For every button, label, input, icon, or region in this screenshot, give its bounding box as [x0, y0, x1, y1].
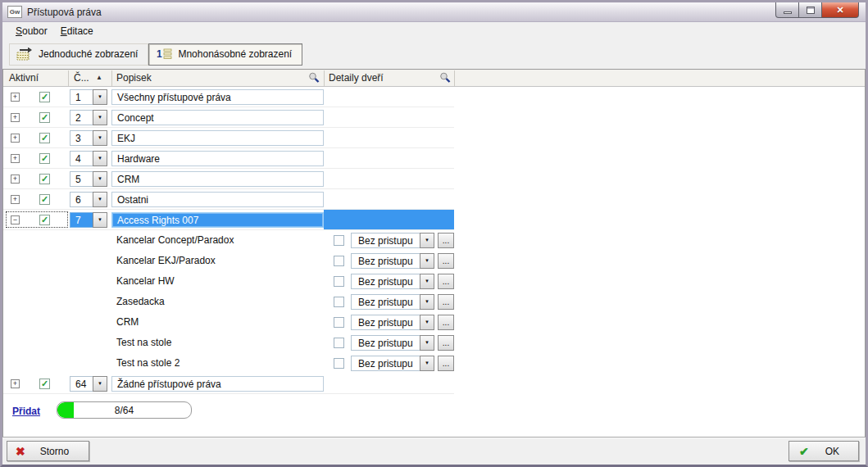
menu-soubor[interactable]: Soubor — [9, 24, 54, 39]
column-header-aktivni[interactable]: Aktivní — [9, 72, 39, 84]
table-row[interactable]: + ✓ 2 ▼ Concept — [3, 107, 454, 128]
access-dropdown-button[interactable]: ▼ — [420, 356, 434, 371]
row-number: 5 — [70, 171, 93, 187]
expand-icon[interactable]: + — [11, 134, 20, 143]
row-detail-cell — [324, 87, 454, 107]
active-checkbox[interactable]: ✓ — [39, 379, 50, 389]
door-checkbox[interactable] — [334, 317, 344, 328]
access-level-value[interactable]: Bez pristupu — [351, 294, 420, 310]
door-label: Zasedacka — [116, 296, 165, 307]
row-number: 3 — [70, 130, 93, 146]
access-level-value[interactable]: Bez pristupu — [351, 356, 420, 371]
more-options-button[interactable]: ... — [438, 233, 454, 248]
access-dropdown-button[interactable]: ▼ — [420, 335, 434, 351]
number-dropdown-button[interactable]: ▼ — [93, 151, 107, 166]
number-dropdown-button[interactable]: ▼ — [93, 376, 107, 392]
access-dropdown-button[interactable]: ▼ — [420, 315, 434, 330]
row-detail-cell — [324, 169, 454, 188]
more-options-button[interactable]: ... — [438, 274, 454, 289]
more-options-button[interactable]: ... — [438, 335, 454, 351]
more-options-button[interactable]: ... — [438, 253, 454, 269]
row-label[interactable]: CRM — [111, 171, 324, 187]
number-dropdown-button[interactable]: ▼ — [93, 89, 107, 105]
search-icon[interactable] — [308, 72, 320, 86]
door-row: Test na stole 2 Bez pristupu ▼ ... — [3, 353, 454, 374]
expand-icon[interactable]: + — [11, 93, 20, 102]
table-row[interactable]: + ✓ 3 ▼ EKJ — [3, 128, 454, 148]
row-label[interactable]: Concept — [111, 110, 324, 125]
active-checkbox[interactable]: ✓ — [39, 215, 50, 225]
access-level-value[interactable]: Bez pristupu — [351, 335, 420, 351]
maximize-button[interactable] — [799, 2, 822, 18]
active-checkbox[interactable]: ✓ — [39, 153, 50, 164]
row-label[interactable]: EKJ — [111, 130, 324, 146]
row-label[interactable]: Hardware — [111, 151, 324, 166]
column-header-popisek[interactable]: Popisek — [116, 72, 152, 84]
add-link[interactable]: Přidat — [12, 406, 40, 417]
door-checkbox[interactable] — [334, 297, 344, 307]
expand-icon[interactable]: + — [11, 379, 20, 388]
header-divider — [68, 70, 69, 86]
access-level-value[interactable]: Bez pristupu — [351, 253, 420, 269]
simple-view-button[interactable]: Jednoduché zobrazení — [9, 43, 148, 66]
table-row-selected[interactable]: − ✓ 7 ▼ Access Rights 007 — [3, 210, 454, 230]
access-level-value[interactable]: Bez pristupu — [351, 233, 420, 248]
active-checkbox[interactable]: ✓ — [39, 133, 50, 143]
row-label[interactable]: Žádné přístupové práva — [111, 376, 324, 392]
column-header-detaily[interactable]: Detaily dveří — [329, 72, 384, 84]
access-level-value[interactable]: Bez pristupu — [351, 315, 420, 330]
access-dropdown-button[interactable]: ▼ — [420, 274, 434, 289]
active-checkbox[interactable]: ✓ — [39, 112, 50, 123]
door-row: Kancelar Concept/Paradox Bez pristupu ▼ … — [3, 230, 454, 251]
door-checkbox[interactable] — [334, 358, 344, 369]
row-label[interactable]: Ostatni — [111, 192, 324, 207]
expand-icon[interactable]: + — [11, 154, 20, 163]
row-number: 6 — [70, 192, 93, 207]
table-row[interactable]: + ✓ 5 ▼ CRM — [3, 169, 454, 189]
search-icon[interactable] — [439, 72, 451, 86]
expand-icon[interactable]: + — [11, 113, 20, 122]
active-checkbox[interactable]: ✓ — [39, 92, 50, 102]
window-title: Přístupová práva — [27, 7, 102, 18]
app-icon-text: Gw — [10, 8, 20, 16]
door-checkbox[interactable] — [334, 276, 344, 287]
number-dropdown-button[interactable]: ▼ — [93, 212, 107, 228]
multi-view-button[interactable]: 1 Mnohonásobné zobrazení — [148, 43, 302, 66]
door-checkbox[interactable] — [334, 338, 344, 348]
table-row[interactable]: + ✓ 1 ▼ Všechny přístupové práva — [3, 87, 454, 107]
expand-icon[interactable]: + — [11, 195, 20, 204]
door-row: CRM Bez pristupu ▼ ... — [3, 312, 454, 333]
ok-button[interactable]: ✔ OK — [788, 441, 859, 461]
door-checkbox[interactable] — [334, 256, 344, 266]
row-number: 4 — [70, 151, 93, 166]
more-options-button[interactable]: ... — [438, 294, 454, 310]
access-level-value[interactable]: Bez pristupu — [351, 274, 420, 289]
access-dropdown-button[interactable]: ▼ — [420, 233, 434, 248]
table-row[interactable]: + ✓ 4 ▼ Hardware — [3, 148, 454, 169]
more-options-button[interactable]: ... — [438, 315, 454, 330]
row-label[interactable]: Access Rights 007 — [111, 212, 324, 228]
svg-text:1: 1 — [157, 48, 162, 60]
close-button[interactable]: ✕ — [822, 2, 859, 18]
menu-editace[interactable]: Editace — [54, 24, 100, 39]
door-checkbox[interactable] — [334, 235, 344, 246]
table-row[interactable]: + ✓ 6 ▼ Ostatni — [3, 189, 454, 210]
access-dropdown-button[interactable]: ▼ — [420, 253, 434, 269]
number-dropdown-button[interactable]: ▼ — [93, 130, 107, 146]
active-checkbox[interactable]: ✓ — [39, 194, 50, 205]
number-dropdown-button[interactable]: ▼ — [93, 192, 107, 207]
access-dropdown-button[interactable]: ▼ — [420, 294, 434, 310]
collapse-icon[interactable]: − — [11, 215, 20, 224]
column-header-cislo[interactable]: Č... — [74, 72, 89, 84]
expand-icon[interactable]: + — [11, 175, 20, 184]
number-dropdown-button[interactable]: ▼ — [93, 171, 107, 187]
table-row[interactable]: + ✓ 64 ▼ Žádné přístupové práva — [3, 374, 454, 394]
number-dropdown-button[interactable]: ▼ — [93, 110, 107, 125]
row-label[interactable]: Všechny přístupové práva — [111, 89, 324, 105]
header-divider — [111, 70, 112, 86]
app-window: Gw Přístupová práva ✕ Soubor Editace Jed… — [0, 0, 868, 467]
cancel-button[interactable]: ✖ Storno — [7, 441, 89, 461]
active-checkbox[interactable]: ✓ — [39, 174, 50, 184]
minimize-button[interactable] — [775, 2, 799, 18]
more-options-button[interactable]: ... — [438, 356, 454, 371]
